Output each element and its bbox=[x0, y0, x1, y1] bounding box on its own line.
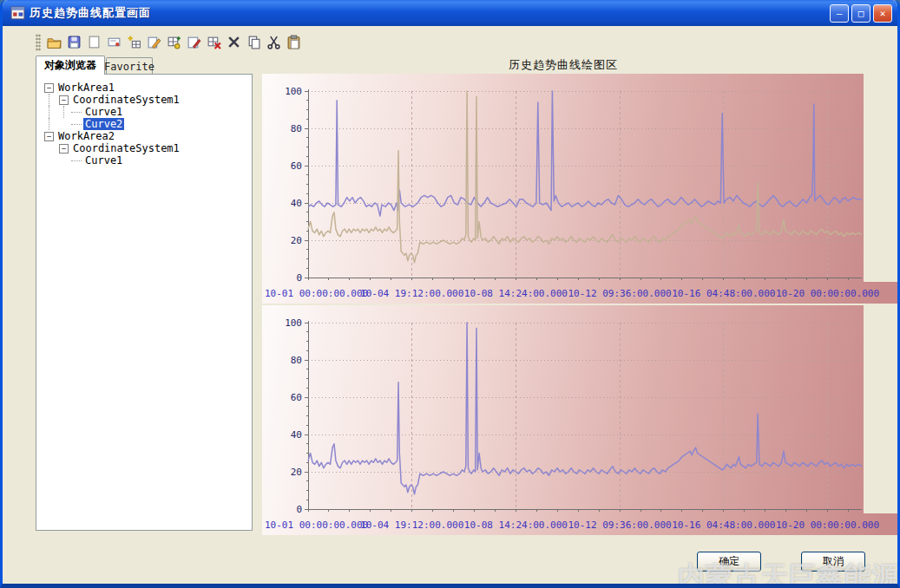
maximize-button[interactable]: □ bbox=[851, 4, 870, 23]
copy-icon bbox=[246, 35, 261, 49]
open-folder-icon bbox=[47, 35, 62, 49]
tree-guide bbox=[56, 154, 71, 167]
svg-text:10-20 00:00:00.000: 10-20 00:00:00.000 bbox=[776, 288, 879, 299]
tree-item-workarea1[interactable]: −WorkArea1 bbox=[42, 82, 250, 94]
svg-text:60: 60 bbox=[291, 160, 302, 172]
tree-item-label[interactable]: CoordinateSystem1 bbox=[71, 142, 181, 154]
copy-button[interactable] bbox=[244, 32, 264, 53]
delete-x-icon bbox=[227, 35, 241, 49]
tree-guide bbox=[42, 154, 56, 167]
new-page-button[interactable] bbox=[84, 32, 104, 53]
edit-pencil-button[interactable] bbox=[144, 32, 164, 53]
tree-item-curve1[interactable]: Curve1 bbox=[42, 154, 250, 167]
svg-text:40: 40 bbox=[291, 429, 302, 441]
rename-box-icon bbox=[107, 35, 122, 49]
rename-box-button[interactable] bbox=[104, 32, 124, 53]
paste-button[interactable] bbox=[284, 32, 304, 53]
trend-chart-top: 10080604020010-01 00:00:00.00010-04 19:1… bbox=[262, 74, 899, 304]
tree-item-label[interactable]: Curve2 bbox=[83, 118, 124, 130]
tree-expander-icon[interactable]: − bbox=[56, 94, 71, 106]
object-tree-panel: −WorkArea1−CoordinateSystem1Curve1Curve2… bbox=[36, 74, 253, 531]
svg-text:10-08 14:24:00.000: 10-08 14:24:00.000 bbox=[464, 519, 568, 531]
svg-text:10-01 00:00:00.000: 10-01 00:00:00.000 bbox=[265, 288, 368, 299]
svg-text:10-12 09:36:00.000: 10-12 09:36:00.000 bbox=[568, 519, 671, 531]
add-cell-button[interactable] bbox=[124, 32, 144, 53]
tree-item-workarea2[interactable]: −WorkArea2 bbox=[42, 130, 250, 142]
svg-text:20: 20 bbox=[291, 235, 302, 246]
svg-text:80: 80 bbox=[291, 123, 302, 134]
toolbar bbox=[36, 30, 304, 54]
tree-connector bbox=[71, 106, 83, 118]
close-button[interactable]: ✕ bbox=[873, 4, 892, 23]
edit-form-icon bbox=[187, 35, 201, 49]
paste-icon bbox=[286, 35, 301, 49]
tree-connector bbox=[71, 154, 83, 167]
svg-text:0: 0 bbox=[296, 504, 302, 515]
tree-guide bbox=[42, 118, 56, 130]
app-icon bbox=[10, 6, 25, 21]
save-button[interactable] bbox=[64, 32, 84, 53]
new-page-icon bbox=[87, 35, 102, 49]
tree-item-coordinatesystem1[interactable]: −CoordinateSystem1 bbox=[42, 94, 250, 106]
svg-text:100: 100 bbox=[285, 86, 302, 97]
tab-favorite[interactable]: Favorite bbox=[106, 57, 153, 75]
edit-pencil-icon bbox=[147, 35, 161, 49]
toolbar-grip[interactable] bbox=[36, 34, 41, 51]
tree-item-coordinatesystem1[interactable]: −CoordinateSystem1 bbox=[42, 142, 250, 154]
minimize-button[interactable]: — bbox=[830, 4, 849, 23]
open-folder-button[interactable] bbox=[44, 32, 64, 53]
tree-item-label[interactable]: WorkArea2 bbox=[56, 130, 116, 142]
svg-text:10-16 04:48:00.000: 10-16 04:48:00.000 bbox=[672, 519, 775, 531]
tree-guide bbox=[56, 118, 71, 130]
svg-text:80: 80 bbox=[291, 355, 302, 366]
svg-text:60: 60 bbox=[291, 392, 302, 403]
save-icon bbox=[67, 35, 82, 49]
tree-expander-icon[interactable]: − bbox=[56, 142, 71, 154]
svg-text:20: 20 bbox=[291, 467, 302, 478]
svg-text:40: 40 bbox=[291, 198, 302, 209]
delete-table-icon bbox=[207, 35, 221, 49]
chart-area-title: 历史趋势曲线绘图区 bbox=[262, 57, 864, 73]
tree-guide bbox=[56, 106, 71, 118]
tree-guide bbox=[42, 142, 56, 154]
trend-chart-bottom: 10080604020010-01 00:00:00.00010-04 19:1… bbox=[262, 305, 899, 535]
svg-text:0: 0 bbox=[296, 272, 302, 284]
delete-x-button[interactable] bbox=[224, 32, 244, 53]
title-bar: 历史趋势曲线配置画面 — □ ✕ bbox=[3, 0, 897, 26]
cut-scissors-icon bbox=[266, 35, 281, 49]
watermark-text: 内蒙古天巨鑫能源 bbox=[678, 559, 900, 588]
tree-item-label[interactable]: WorkArea1 bbox=[56, 82, 116, 94]
add-cell-icon bbox=[127, 35, 141, 49]
svg-text:10-08 14:24:00.000: 10-08 14:24:00.000 bbox=[464, 288, 568, 299]
tree-expander-icon[interactable]: − bbox=[42, 82, 56, 94]
tree-item-curve1[interactable]: Curve1 bbox=[42, 106, 250, 118]
tree-item-curve2[interactable]: Curve2 bbox=[42, 118, 250, 130]
tree-expander-icon[interactable]: − bbox=[42, 130, 56, 142]
svg-text:10-20 00:00:00.000: 10-20 00:00:00.000 bbox=[776, 519, 879, 531]
tree-item-label[interactable]: Curve1 bbox=[83, 106, 124, 118]
tree-item-label[interactable]: CoordinateSystem1 bbox=[71, 94, 181, 106]
app-window: 历史趋势曲线配置画面 — □ ✕ 对象浏览器 Favorite −WorkAre… bbox=[0, 0, 900, 588]
svg-text:10-04 19:12:00.000: 10-04 19:12:00.000 bbox=[360, 288, 463, 299]
tree-connector bbox=[71, 118, 83, 130]
add-table-icon bbox=[167, 35, 181, 49]
svg-text:10-12 09:36:00.000: 10-12 09:36:00.000 bbox=[568, 288, 671, 299]
svg-text:100: 100 bbox=[285, 317, 302, 329]
delete-table-button[interactable] bbox=[204, 32, 224, 53]
svg-text:10-16 04:48:00.000: 10-16 04:48:00.000 bbox=[672, 288, 775, 299]
tab-object-browser[interactable]: 对象浏览器 bbox=[36, 56, 105, 75]
add-table-button[interactable] bbox=[164, 32, 184, 53]
tree-guide bbox=[42, 106, 56, 118]
cut-scissors-button[interactable] bbox=[264, 32, 284, 53]
svg-text:10-01 00:00:00.000: 10-01 00:00:00.000 bbox=[265, 519, 368, 531]
window-title: 历史趋势曲线配置画面 bbox=[30, 5, 151, 21]
edit-form-button[interactable] bbox=[184, 32, 204, 53]
svg-text:10-04 19:12:00.000: 10-04 19:12:00.000 bbox=[360, 519, 463, 531]
tree-guide bbox=[42, 94, 56, 106]
tree-item-label[interactable]: Curve1 bbox=[83, 154, 124, 167]
